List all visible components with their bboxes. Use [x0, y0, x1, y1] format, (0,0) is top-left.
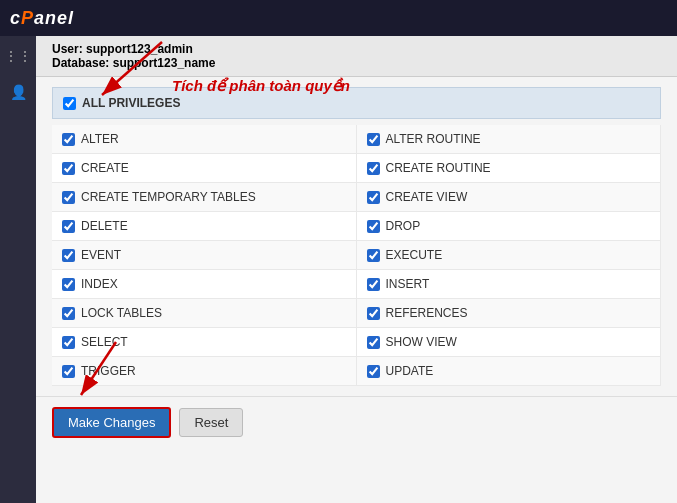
privilege-checkbox-execute[interactable] — [367, 249, 380, 262]
privilege-row: SELECT — [52, 328, 357, 357]
privilege-label: UPDATE — [386, 364, 434, 378]
privilege-label: EVENT — [81, 248, 121, 262]
privilege-checkbox-select[interactable] — [62, 336, 75, 349]
privilege-label: CREATE VIEW — [386, 190, 468, 204]
user-info-bar: User: support123_admin Database: support… — [36, 36, 677, 77]
privileges-container: ALL PRIVILEGES Tích để phân toàn quyền A… — [36, 77, 677, 396]
privilege-label: LOCK TABLES — [81, 306, 162, 320]
privilege-row: ALTER ROUTINE — [357, 125, 662, 154]
privilege-row: EXECUTE — [357, 241, 662, 270]
privilege-row: CREATE VIEW — [357, 183, 662, 212]
left-sidebar: ⋮⋮ 👤 — [0, 36, 36, 503]
footer-buttons: Make Changes Reset — [36, 396, 677, 448]
privilege-row: INSERT — [357, 270, 662, 299]
privilege-label: DROP — [386, 219, 421, 233]
db-value: support123_name — [113, 56, 216, 70]
privilege-checkbox-create[interactable] — [62, 162, 75, 175]
privilege-label: CREATE TEMPORARY TABLES — [81, 190, 256, 204]
privilege-checkbox-show-view[interactable] — [367, 336, 380, 349]
privilege-checkbox-alter-routine[interactable] — [367, 133, 380, 146]
privilege-row: ALTER — [52, 125, 357, 154]
privilege-checkbox-references[interactable] — [367, 307, 380, 320]
privilege-label: ALTER — [81, 132, 119, 146]
all-privileges-checkbox[interactable] — [63, 97, 76, 110]
privilege-checkbox-update[interactable] — [367, 365, 380, 378]
privilege-checkbox-create-temporary-tables[interactable] — [62, 191, 75, 204]
privilege-label: CREATE ROUTINE — [386, 161, 491, 175]
privilege-checkbox-lock-tables[interactable] — [62, 307, 75, 320]
grid-icon[interactable]: ⋮⋮ — [0, 44, 36, 68]
db-label: Database: — [52, 56, 109, 70]
privilege-row: CREATE ROUTINE — [357, 154, 662, 183]
reset-button[interactable]: Reset — [179, 408, 243, 437]
privilege-checkbox-trigger[interactable] — [62, 365, 75, 378]
privilege-label: EXECUTE — [386, 248, 443, 262]
privilege-row: SHOW VIEW — [357, 328, 662, 357]
privilege-row: TRIGGER — [52, 357, 357, 386]
content-area: User: support123_admin Database: support… — [36, 36, 677, 503]
privilege-label: INSERT — [386, 277, 430, 291]
make-changes-button[interactable]: Make Changes — [52, 407, 171, 438]
privilege-checkbox-event[interactable] — [62, 249, 75, 262]
privilege-checkbox-create-view[interactable] — [367, 191, 380, 204]
privilege-checkbox-alter[interactable] — [62, 133, 75, 146]
privilege-checkbox-insert[interactable] — [367, 278, 380, 291]
privilege-row: CREATE TEMPORARY TABLES — [52, 183, 357, 212]
user-label: User: — [52, 42, 83, 56]
top-bar: cPanel — [0, 0, 677, 36]
privilege-row: CREATE — [52, 154, 357, 183]
all-privileges-label: ALL PRIVILEGES — [82, 96, 180, 110]
privilege-label: CREATE — [81, 161, 129, 175]
privilege-row: EVENT — [52, 241, 357, 270]
privilege-label: ALTER ROUTINE — [386, 132, 481, 146]
privilege-checkbox-create-routine[interactable] — [367, 162, 380, 175]
privilege-label: REFERENCES — [386, 306, 468, 320]
privilege-checkbox-delete[interactable] — [62, 220, 75, 233]
privilege-row: INDEX — [52, 270, 357, 299]
user-icon[interactable]: 👤 — [6, 80, 31, 104]
privilege-row: UPDATE — [357, 357, 662, 386]
privilege-checkbox-index[interactable] — [62, 278, 75, 291]
privilege-row: LOCK TABLES — [52, 299, 357, 328]
privilege-row: REFERENCES — [357, 299, 662, 328]
privilege-row: DROP — [357, 212, 662, 241]
privilege-label: TRIGGER — [81, 364, 136, 378]
user-value: support123_admin — [86, 42, 193, 56]
privilege-label: SELECT — [81, 335, 128, 349]
main-layout: ⋮⋮ 👤 User: support123_admin Database: su… — [0, 36, 677, 503]
cpanel-logo: cPanel — [10, 8, 74, 29]
privileges-grid: ALTERALTER ROUTINECREATECREATE ROUTINECR… — [52, 125, 661, 386]
privilege-checkbox-drop[interactable] — [367, 220, 380, 233]
privilege-label: SHOW VIEW — [386, 335, 457, 349]
privilege-row: DELETE — [52, 212, 357, 241]
privilege-label: DELETE — [81, 219, 128, 233]
all-privileges-row: ALL PRIVILEGES — [52, 87, 661, 119]
privilege-label: INDEX — [81, 277, 118, 291]
